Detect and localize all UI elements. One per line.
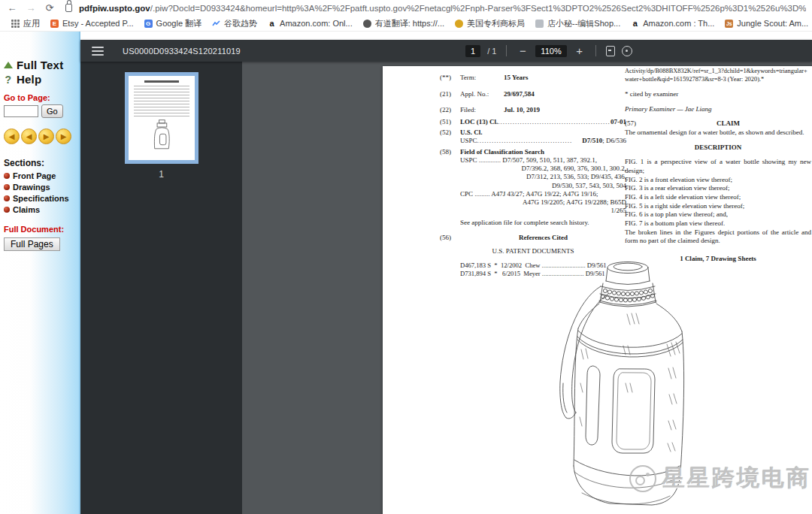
google-translate-favicon: G xyxy=(144,20,153,28)
sidebar-item-front-page[interactable]: Front Page xyxy=(4,171,75,180)
figure-description: FIG. 1 is a perspective view of a water … xyxy=(625,158,811,175)
bullet-icon xyxy=(4,184,10,190)
address-input[interactable]: pdfpiw.uspto.gov/.piw?Docld=D0933424&hom… xyxy=(79,4,806,13)
sections-label: Sections: xyxy=(4,158,75,168)
full-document-label: Full Document: xyxy=(4,225,75,234)
menu-icon[interactable] xyxy=(92,44,104,58)
bookmark-google-translate[interactable]: GGoogle 翻译 xyxy=(141,17,206,31)
watermark: 星星跨境电商 xyxy=(629,463,811,494)
next-page-button[interactable]: ▶ xyxy=(38,128,54,144)
junglescout-favicon: Js xyxy=(725,20,733,28)
document-scroll-area[interactable]: (**)Term:15 Years (21)Appl. No.:29/697,5… xyxy=(242,62,812,514)
browser-chrome: ← → ⟳ pdfpiw.uspto.gov/.piw?Docld=D09334… xyxy=(0,0,812,32)
go-button[interactable]: Go xyxy=(41,104,63,118)
padlock-icon[interactable] xyxy=(65,4,72,12)
trend-chart-icon xyxy=(212,20,220,28)
thumbnail-bottle-sketch xyxy=(149,119,174,152)
rotate-icon[interactable] xyxy=(622,46,632,56)
amazon-favicon: a xyxy=(268,20,276,28)
zoom-level[interactable]: 110% xyxy=(535,45,566,57)
figure-description: FIG. 7 is a bottom plan view thereof. xyxy=(625,219,811,228)
thumbnail-panel: 1 xyxy=(80,62,242,514)
url-bar: ← → ⟳ pdfpiw.uspto.gov/.piw?Docld=D09334… xyxy=(0,0,812,16)
focs-uspc-block: USPC ............. D7/507, 509, 510, 511… xyxy=(460,156,626,227)
bookmark-google-trends[interactable]: 谷歌趋势 xyxy=(208,17,261,31)
fit-page-icon[interactable] xyxy=(606,46,615,56)
figure-description: FIG. 5 is a right side elevation view th… xyxy=(625,202,811,211)
pdf-toolbar: US0000D0933424S120211019 1 / 1 − 110% + xyxy=(80,40,812,62)
watermark-text: 星星跨境电商 xyxy=(662,463,811,494)
youdao-favicon xyxy=(363,20,371,28)
page-thumbnail[interactable]: 1 xyxy=(125,72,198,180)
zoom-in-button[interactable]: + xyxy=(574,44,586,57)
patent-left-column: (**)Term:15 Years (21)Appl. No.:29/697,5… xyxy=(440,74,626,278)
sidebar-item-specifications[interactable]: Specifications xyxy=(4,194,75,203)
bookmark-apps[interactable]: 应用 xyxy=(8,17,44,31)
examiner-line: Primary Examiner — Jae Liang xyxy=(625,105,811,114)
first-page-button[interactable]: ◀ xyxy=(4,128,20,144)
help-link[interactable]: ? Help xyxy=(4,73,75,86)
question-mark-icon: ? xyxy=(4,74,13,86)
bookmark-amazon-onl[interactable]: aAmazon.com: Onl... xyxy=(264,17,356,29)
etsy-favicon: E xyxy=(50,20,59,28)
last-page-button[interactable]: ▶ xyxy=(56,128,71,144)
sidebar-item-claims[interactable]: Claims xyxy=(4,205,75,214)
amazon-favicon: a xyxy=(631,20,639,28)
pdf-document-title: US0000D0933424S120211019 xyxy=(123,47,241,56)
previous-page-button[interactable]: ◀ xyxy=(21,128,37,144)
thumbnail-page-number: 1 xyxy=(125,169,198,180)
figure-description: FIG. 3 is a rear elevation view thereof; xyxy=(625,184,811,193)
apps-grid-icon xyxy=(11,20,20,28)
bullet-icon xyxy=(4,173,10,179)
triangle-up-icon xyxy=(4,62,13,68)
page-total: / 1 xyxy=(487,47,496,56)
patent-right-column: Activity/dp/B088BX832K/ref=sr_1_3?dchild… xyxy=(625,68,811,264)
bullet-icon xyxy=(4,207,10,213)
bookmark-amazon-th[interactable]: aAmazon.com : Th... xyxy=(627,17,718,29)
figure-description: FIG. 2 is a front elevation view thereof… xyxy=(625,176,811,185)
figure-description: FIG. 6 is a top plan view thereof; and, xyxy=(625,210,811,219)
broken-lines-note: The broken lines in the Figures depict p… xyxy=(625,228,811,246)
reload-icon[interactable]: ⟳ xyxy=(44,2,56,14)
bookmark-junglescout-am[interactable]: JsJungle Scout: Am... xyxy=(721,17,812,29)
uspto-favicon xyxy=(455,20,463,28)
bookmark-uspto[interactable]: 美国专利商标局 xyxy=(451,17,529,31)
bookmark-etsy[interactable]: EEtsy - Accepted P... xyxy=(47,17,138,29)
dianxiaomi-favicon xyxy=(535,20,544,28)
sidebar-item-drawings[interactable]: Drawings xyxy=(4,183,75,192)
pdf-viewer: US0000D0933424S120211019 1 / 1 − 110% + xyxy=(80,32,812,514)
forward-icon[interactable]: → xyxy=(25,2,37,14)
zoom-out-button[interactable]: − xyxy=(517,44,529,57)
watermark-logo-icon xyxy=(629,465,656,492)
url-path: /.piw?Docld=D0933424&homeurl=http%3A%2F%… xyxy=(150,4,806,13)
bookmark-dianxiaomi[interactable]: 店小秘--编辑Shop... xyxy=(532,17,624,31)
back-icon[interactable]: ← xyxy=(6,2,18,14)
url-domain: pdfpiw.uspto.gov xyxy=(79,4,150,13)
full-text-link[interactable]: Full Text xyxy=(4,59,75,71)
figure-description: FIG. 4 is a left side elevation view the… xyxy=(625,193,811,202)
bookmark-youdao[interactable]: 有道翻译: https://... xyxy=(359,17,448,31)
uspto-sidebar: Full Text ? Help Go to Page: Go ◀ ◀ ▶ ▶ … xyxy=(0,32,80,514)
goto-page-input[interactable] xyxy=(4,105,38,117)
patent-page: (**)Term:15 Years (21)Appl. No.:29/697,5… xyxy=(383,66,812,514)
goto-page-label: Go to Page: xyxy=(4,93,75,102)
bullet-icon xyxy=(4,195,10,201)
full-pages-button[interactable]: Full Pages xyxy=(4,237,60,251)
bookmarks-bar: 应用 EEtsy - Accepted P... GGoogle 翻译 谷歌趋势… xyxy=(0,16,812,32)
page-number-input[interactable]: 1 xyxy=(465,45,480,57)
